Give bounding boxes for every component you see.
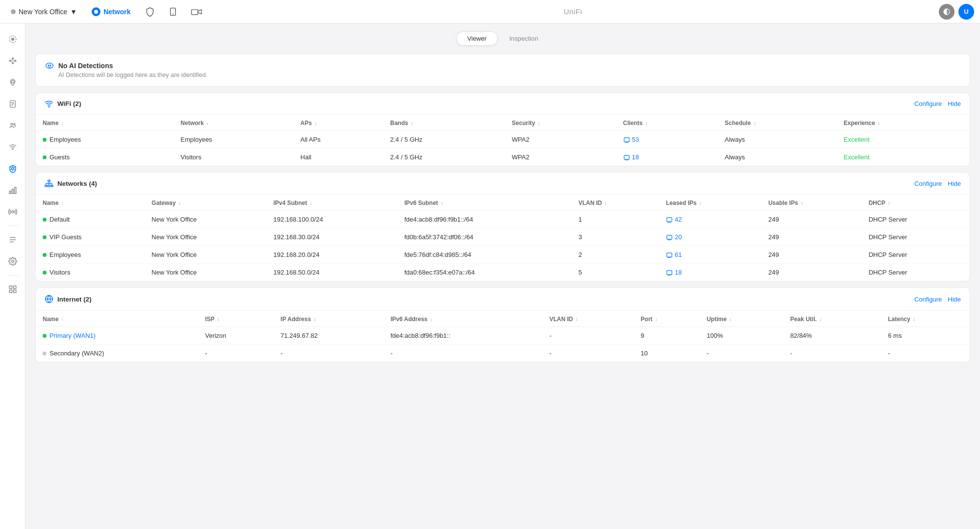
net-col-leased[interactable]: Leased IPs ↕ [659,195,761,211]
inet-col-ipv6[interactable]: IPv6 Address ↕ [384,311,542,327]
wifi-col-clients[interactable]: Clients ↕ [616,115,718,131]
wifi-configure-link[interactable]: Configure [914,100,942,107]
net-row-leased[interactable]: 18 [659,264,761,281]
user-initial: U [964,8,968,15]
sidebar-item-settings[interactable] [3,252,23,271]
tab-viewer[interactable]: Viewer [456,31,498,46]
wifi-col-aps[interactable]: APs ↕ [294,115,383,131]
protect-nav-btn[interactable] [140,4,160,20]
net-row-usable: 249 [761,228,862,246]
wifi-row-security: WPA2 [505,149,616,166]
wifi-table-wrap: Name ↕ Network ↕ APs ↕ Bands ↕ Security … [36,115,970,166]
net-row-name: Default [36,211,145,228]
svg-rect-32 [9,191,11,194]
sidebar-item-topology[interactable] [3,29,23,49]
sidebar-divider-1 [7,226,19,226]
main-layout: Viewer Inspection No AI Detections AI De… [0,24,980,529]
net-row-usable: 249 [761,211,862,228]
sidebar-item-clients[interactable] [3,116,23,135]
svg-rect-57 [48,185,50,187]
net-row-usable: 249 [761,264,862,281]
sidebar-item-list[interactable] [3,230,23,250]
inet-col-name[interactable]: Name ↑ [36,311,198,327]
wifi-col-schedule[interactable]: Schedule ↕ [718,115,837,131]
svg-rect-41 [13,286,16,288]
net-row-usable: 249 [761,246,862,264]
wifi-hide-link[interactable]: Hide [948,100,961,107]
user-avatar[interactable]: U [958,4,974,20]
wifi-row-aps: Hall [294,149,383,166]
sidebar-item-stats[interactable] [3,180,23,200]
wifi-table-row: Guests Visitors Hall 2.4 / 5 GHz WPA2 18… [36,149,970,166]
svg-point-12 [12,62,13,64]
net-row-leased[interactable]: 42 [659,211,761,228]
networks-table: Name ↕ Gateway ↕ IPv4 Subnet ↕ IPv6 Subn… [36,195,970,281]
net-col-vlan[interactable]: VLAN ID ↕ [571,195,659,211]
networks-table-header-row: Name ↕ Gateway ↕ IPv4 Subnet ↕ IPv6 Subn… [36,195,970,211]
phone-nav-btn[interactable] [164,4,182,20]
wifi-col-experience[interactable]: Experience ↕ [837,115,970,131]
svg-rect-51 [624,155,629,159]
inet-row-ip: 71.249.67.82 [274,327,384,345]
nav-network[interactable]: Network [86,5,136,18]
top-right-actions: U [939,4,974,20]
inet-col-isp[interactable]: ISP ↕ [198,311,273,327]
inet-col-uptime[interactable]: Uptime ↕ [700,311,784,327]
inet-col-latency[interactable]: Latency ↕ [881,311,970,327]
net-col-dhcp[interactable]: DHCP ↕ [862,195,970,211]
wifi-section-icon [45,101,53,107]
wifi-card-header: WiFi (2) Configure Hide [36,93,970,115]
wifi-col-bands[interactable]: Bands ↕ [383,115,505,131]
inet-col-port[interactable]: Port ↕ [634,311,700,327]
networks-configure-link[interactable]: Configure [914,180,942,187]
ai-title: No AI Detections [58,62,113,70]
svg-rect-3 [192,9,198,14]
networks-table-row: Default New York Office 192.168.100.0/24… [36,211,970,228]
inet-row-vlan: - [542,345,634,362]
net-col-ipv6[interactable]: IPv6 Subnet ↕ [397,195,571,211]
svg-rect-43 [13,290,16,293]
net-row-gateway: New York Office [145,228,267,246]
inet-row-name[interactable]: Primary (WAN1) [36,327,198,345]
wifi-col-security[interactable]: Security ↕ [505,115,616,131]
wifi-col-name[interactable]: Name ↕ [36,115,174,131]
net-col-gateway[interactable]: Gateway ↕ [145,195,267,211]
wifi-row-clients[interactable]: 53 [616,131,718,149]
inet-col-vlan[interactable]: VLAN ID ↕ [542,311,634,327]
net-row-ipv6: fde4:acb8:df96:f9b1::/64 [397,211,571,228]
net-col-usable[interactable]: Usable IPs ↕ [761,195,862,211]
networks-hide-link[interactable]: Hide [948,180,961,187]
net-row-ipv4: 192.168.20.0/24 [267,246,397,264]
tab-inspection[interactable]: Inspection [498,31,549,46]
sidebar-item-network-devices[interactable] [3,51,23,71]
site-selector[interactable]: New York Office ▼ [6,6,82,18]
inet-col-ip[interactable]: IP Address ↕ [274,311,384,327]
net-row-leased[interactable]: 20 [659,228,761,246]
internet-configure-link[interactable]: Configure [914,296,942,303]
internet-table-wrap: Name ↑ ISP ↕ IP Address ↕ IPv6 Address ↕… [36,311,970,362]
sidebar-item-broadcast[interactable] [3,202,23,222]
net-row-ipv4: 192.168.100.0/24 [267,211,397,228]
networks-table-row: VIP Guests New York Office 192.168.30.0/… [36,228,970,246]
inet-row-uptime: 100% [700,327,784,345]
net-col-ipv4[interactable]: IPv4 Subnet ↕ [267,195,397,211]
camera-nav-btn[interactable] [186,5,207,19]
sidebar-item-reports[interactable] [3,94,23,114]
sidebar-item-security[interactable] [3,159,23,178]
net-row-vlan: 3 [571,228,659,246]
internet-hide-link[interactable]: Hide [948,296,961,303]
svg-rect-64 [667,217,672,221]
net-col-name[interactable]: Name ↕ [36,195,145,211]
sidebar-item-location[interactable] [3,73,23,92]
net-row-vlan: 5 [571,264,659,281]
wifi-table-row: Employees Employees All APs 2.4 / 5 GHz … [36,131,970,149]
wifi-row-clients[interactable]: 18 [616,149,718,166]
inet-col-peak[interactable]: Peak Util. ↕ [784,311,881,327]
net-row-leased[interactable]: 61 [659,246,761,264]
sidebar-item-grid[interactable] [3,279,23,299]
top-nav: New York Office ▼ Network UniFi U [0,0,980,24]
inet-row-name: Secondary (WAN2) [36,345,198,362]
sidebar-item-wifi[interactable] [3,137,23,157]
wifi-col-network[interactable]: Network ↕ [174,115,294,131]
theme-toggle[interactable] [939,4,955,20]
